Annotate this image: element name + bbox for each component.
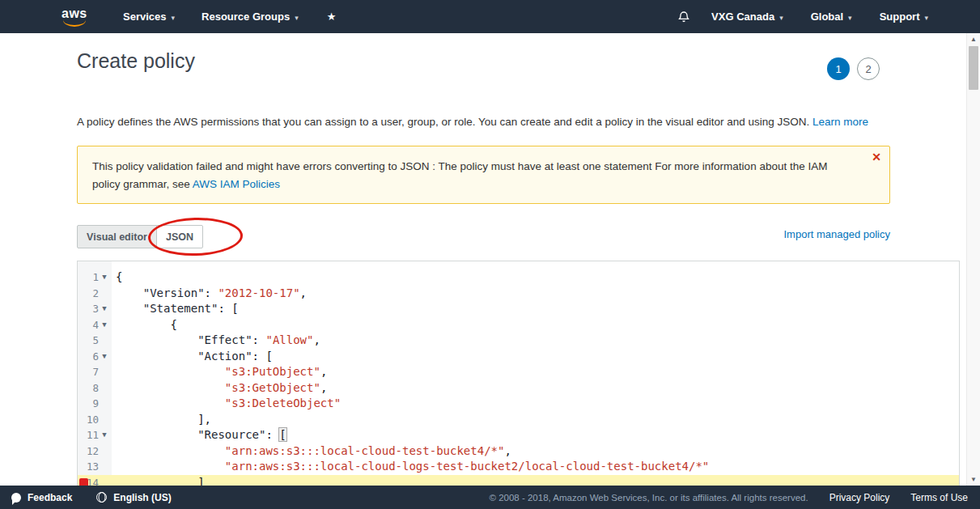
json-editor-lines: 1▼{2 "Version": "2012-10-17",3▼ "Stateme… <box>78 261 959 486</box>
privacy-policy-link[interactable]: Privacy Policy <box>829 492 890 503</box>
page-title: Create policy <box>77 49 195 73</box>
editor-code: { <box>112 269 122 286</box>
nav-services-label: Services <box>123 11 175 23</box>
wizard-steps: 1 2 <box>827 57 880 80</box>
editor-gutter-cell: 1▼ <box>78 269 112 286</box>
editor-line: 1▼{ <box>78 269 959 286</box>
editor-gutter-cell: 12 <box>78 443 112 460</box>
editor-line: 5 "Effect": "Allow", <box>78 333 959 349</box>
editor-code: { <box>112 317 177 333</box>
nav-services-menu[interactable]: Services <box>123 11 175 23</box>
terms-of-use-link[interactable]: Terms of Use <box>910 492 968 503</box>
editor-gutter-cell: 3▼ <box>78 301 112 317</box>
learn-more-link[interactable]: Learn more <box>812 116 868 128</box>
json-policy-editor[interactable]: 1▼{2 "Version": "2012-10-17",3▼ "Stateme… <box>77 261 960 486</box>
editor-gutter-cell: 6▼ <box>78 349 112 365</box>
copyright-text: © 2008 - 2018, Amazon Web Services, Inc.… <box>490 493 808 503</box>
line-number: 2 <box>78 286 99 302</box>
editor-code: "Action": [ <box>112 349 273 365</box>
editor-line: 13 "arn:aws:s3:::local-cloud-logs-test-b… <box>78 459 959 475</box>
editor-line: 8 "s3:GetObject", <box>78 380 959 397</box>
editor-code: "Version": "2012-10-17", <box>112 286 307 302</box>
editor-line: 11▼ "Resource": [ <box>78 427 959 443</box>
fold-icon[interactable]: ▼ <box>99 317 110 333</box>
editor-line: 4▼ { <box>78 317 959 333</box>
wizard-step-1[interactable]: 1 <box>827 57 850 80</box>
scrollbar-down-icon[interactable]: ▼ <box>967 476 980 483</box>
close-icon[interactable]: ✕ <box>872 151 881 163</box>
feedback-button[interactable]: Feedback <box>11 492 72 503</box>
footer-right-group: © 2008 - 2018, Amazon Web Services, Inc.… <box>490 492 980 503</box>
top-navigation-bar: aws Services Resource Groups ★ VXG Canad… <box>0 0 980 33</box>
editor-gutter-cell: 11▼ <box>78 427 112 443</box>
editor-code: ], <box>112 412 211 428</box>
line-number: 4 <box>78 317 99 333</box>
editor-line: 3▼ "Statement": [ <box>78 301 959 317</box>
aws-logo[interactable]: aws <box>62 6 89 28</box>
nav-right-group: VXG Canada Global Support <box>677 11 980 23</box>
nav-support-label: Support <box>880 11 928 23</box>
pin-icon[interactable]: ★ <box>327 11 337 23</box>
editor-line: 12 "arn:aws:s3:::local-cloud-test-bucket… <box>78 443 959 460</box>
editor-code: "s3:PutObject", <box>112 364 327 380</box>
aws-logo-text: aws <box>62 6 87 20</box>
nav-region-menu[interactable]: Global <box>811 11 852 23</box>
feedback-bubble-icon <box>11 493 21 503</box>
fold-icon[interactable]: ▼ <box>99 269 110 286</box>
language-selector[interactable]: English (US) <box>96 492 171 503</box>
editor-gutter-cell: 2 <box>78 286 112 302</box>
editor-code: "Resource": [ <box>112 427 286 443</box>
nav-resource-groups-menu[interactable]: Resource Groups <box>202 11 299 23</box>
editor-gutter-cell: 7 <box>78 364 112 380</box>
nav-support-menu[interactable]: Support <box>880 11 928 23</box>
line-number: 8 <box>78 380 99 397</box>
footer-bar: Feedback English (US) © 2008 - 2018, Ama… <box>0 486 980 509</box>
line-number: 6 <box>78 349 99 365</box>
editor-gutter-cell: 13 <box>78 459 112 475</box>
page-scrollbar[interactable]: ▲ ▼ <box>966 33 980 486</box>
validation-alert-text: This policy validation failed and might … <box>78 146 889 193</box>
editor-line: 7 "s3:PutObject", <box>78 364 959 380</box>
scrollbar-up-icon[interactable]: ▲ <box>967 36 980 43</box>
editor-line: 10 ], <box>78 412 959 428</box>
tab-json-label: JSON <box>166 231 193 243</box>
editor-code: "Statement": [ <box>112 301 239 317</box>
fold-icon[interactable]: ▼ <box>99 301 110 317</box>
line-number: 3 <box>78 301 99 317</box>
fold-icon[interactable]: ▼ <box>99 349 110 365</box>
page-description-text: A policy defines the AWS permissions tha… <box>77 116 809 128</box>
editor-code: "s3:GetObject", <box>112 380 327 397</box>
feedback-label: Feedback <box>28 492 72 503</box>
main-content: Create policy 1 2 A policy defines the A… <box>0 33 966 486</box>
nav-account-label: VXG Canada <box>711 11 783 23</box>
notifications-bell-icon[interactable] <box>677 11 690 23</box>
wizard-step-2[interactable]: 2 <box>857 57 880 80</box>
scrollbar-thumb[interactable] <box>969 46 978 90</box>
nav-account-menu[interactable]: VXG Canada <box>711 11 783 23</box>
line-number: 11 <box>78 427 99 443</box>
aws-smile-icon <box>63 19 86 27</box>
page-description: A policy defines the AWS permissions tha… <box>77 114 894 129</box>
editor-line: 6▼ "Action": [ <box>78 349 959 365</box>
line-number: 9 <box>78 396 99 412</box>
tab-json[interactable]: JSON <box>156 225 203 248</box>
editor-line: 14 ] <box>78 475 959 486</box>
editor-gutter-cell: 14 <box>78 475 112 486</box>
editor-gutter-cell: 10 <box>78 412 112 428</box>
tab-visual-editor[interactable]: Visual editor <box>77 225 157 248</box>
editor-code: "Effect": "Allow", <box>112 333 320 349</box>
import-managed-policy-link[interactable]: Import managed policy <box>783 228 890 240</box>
line-number: 7 <box>78 364 99 380</box>
fold-icon[interactable]: ▼ <box>99 427 110 443</box>
editor-gutter-cell: 8 <box>78 380 112 397</box>
validation-alert: This policy validation failed and might … <box>77 146 890 204</box>
editor-gutter-cell: 9 <box>78 396 112 412</box>
editor-code: "arn:aws:s3:::local-cloud-logs-test-buck… <box>112 459 709 475</box>
line-number: 10 <box>78 412 99 428</box>
line-number: 12 <box>78 443 99 460</box>
editor-gutter-cell: 5 <box>78 333 112 349</box>
line-number: 5 <box>78 333 99 349</box>
aws-iam-policies-link[interactable]: AWS IAM Policies <box>193 178 280 190</box>
editor-gutter-cell: 4▼ <box>78 317 112 333</box>
wizard-step-1-label: 1 <box>835 63 841 75</box>
